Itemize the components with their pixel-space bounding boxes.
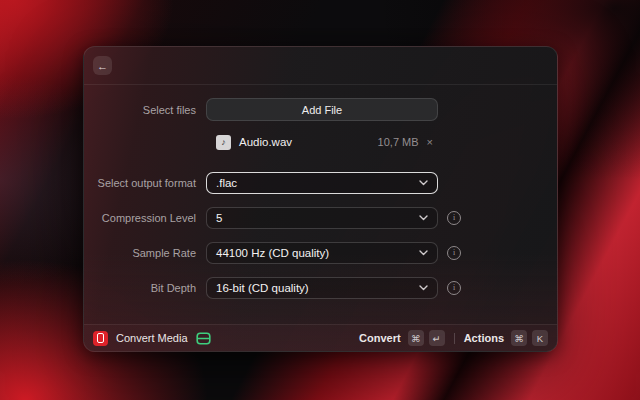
output-format-dropdown[interactable]: .flac [206, 172, 438, 194]
convert-action-button[interactable]: Convert ⌘ ↵ [359, 330, 445, 346]
actions-menu-label: Actions [464, 332, 504, 344]
window-footer: Convert Media Convert ⌘ ↵ Actions ⌘ K [84, 324, 557, 351]
output-format-value: .flac [216, 177, 237, 189]
footer-divider [454, 333, 455, 344]
info-icon[interactable]: i [447, 211, 461, 225]
add-file-button-label: Add File [302, 104, 342, 116]
sample-rate-value: 44100 Hz (CD quality) [216, 247, 329, 259]
add-file-button[interactable]: Add File [206, 98, 438, 121]
window-header: ← [84, 47, 557, 85]
back-arrow-icon: ← [97, 60, 108, 72]
chevron-down-icon [419, 285, 428, 291]
k-keycap: K [532, 330, 548, 346]
compression-level-row: Compression Level 5 i [84, 207, 557, 229]
bit-depth-label: Bit Depth [84, 282, 206, 294]
actions-menu-button[interactable]: Actions ⌘ K [464, 330, 548, 346]
sample-rate-row: Sample Rate 44100 Hz (CD quality) i [84, 242, 557, 264]
form-content: Select files Add File ♪ Audio.wav 10,7 M… [84, 85, 557, 324]
raycast-window: ← Select files Add File ♪ Audio.wav 10,7… [83, 46, 558, 352]
chevron-down-icon [419, 180, 428, 186]
back-button[interactable]: ← [93, 56, 112, 75]
info-icon[interactable]: i [447, 246, 461, 260]
chevron-down-icon [419, 215, 428, 221]
chevron-down-icon [419, 250, 428, 256]
audio-file-icon: ♪ [216, 135, 231, 150]
drive-icon [196, 332, 211, 345]
remove-file-icon[interactable]: × [427, 136, 433, 148]
select-files-row: Select files Add File [84, 98, 557, 121]
compression-level-label: Compression Level [84, 212, 206, 224]
info-icon[interactable]: i [447, 281, 461, 295]
select-files-label: Select files [84, 104, 206, 116]
file-item[interactable]: ♪ Audio.wav 10,7 MB × [206, 135, 438, 150]
file-size: 10,7 MB [378, 136, 419, 148]
bit-depth-value: 16-bit (CD quality) [216, 282, 309, 294]
sample-rate-dropdown[interactable]: 44100 Hz (CD quality) [206, 242, 438, 264]
convert-action-label: Convert [359, 332, 401, 344]
file-name: Audio.wav [239, 136, 378, 148]
sample-rate-label: Sample Rate [84, 247, 206, 259]
output-format-label: Select output format [84, 177, 206, 189]
bit-depth-dropdown[interactable]: 16-bit (CD quality) [206, 277, 438, 299]
return-keycap: ↵ [429, 330, 445, 346]
compression-level-value: 5 [216, 212, 222, 224]
app-name: Convert Media [116, 332, 188, 344]
file-list-row: ♪ Audio.wav 10,7 MB × [84, 132, 557, 152]
cmd-keycap: ⌘ [408, 330, 424, 346]
convert-media-extension-icon [93, 331, 108, 346]
cmd-keycap: ⌘ [511, 330, 527, 346]
compression-level-dropdown[interactable]: 5 [206, 207, 438, 229]
output-format-row: Select output format .flac [84, 172, 557, 194]
bit-depth-row: Bit Depth 16-bit (CD quality) i [84, 277, 557, 299]
